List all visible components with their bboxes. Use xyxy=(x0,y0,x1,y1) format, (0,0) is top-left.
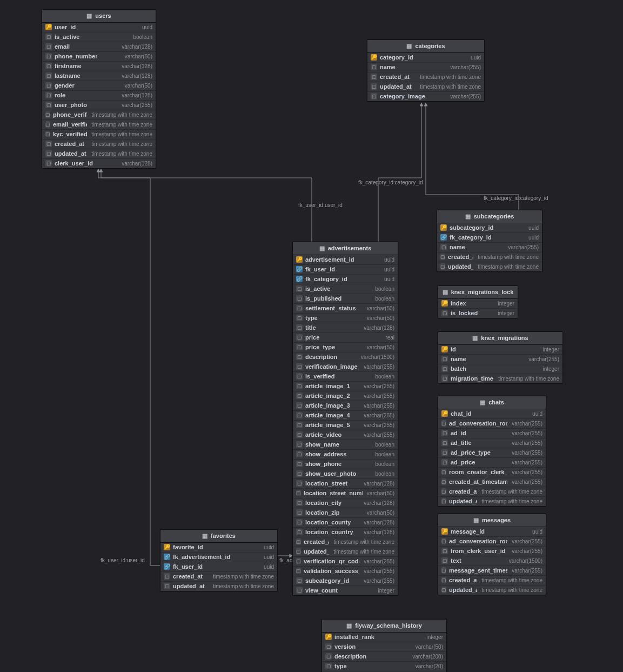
column-row[interactable]: ▢price_typevarchar(50) xyxy=(293,342,398,352)
column-row[interactable]: ▢article_image_2varchar(255) xyxy=(293,391,398,401)
column-row[interactable]: ▢updated_attimestamp with time zone xyxy=(293,547,398,556)
column-row[interactable]: ▢typevarchar(20) xyxy=(322,661,446,671)
column-row[interactable]: ▢view_countinteger xyxy=(293,585,398,595)
column-row[interactable]: ▢typevarchar(50) xyxy=(293,313,398,323)
column-row[interactable]: ▢created_attimestamp with time zone xyxy=(293,537,398,547)
column-row[interactable]: ▢location_countyvarchar(128) xyxy=(293,517,398,527)
column-row[interactable]: 🔑subcategory_iduuid xyxy=(437,223,542,232)
column-row[interactable]: ▢location_zipvarchar(50) xyxy=(293,508,398,517)
table-knex_migrations[interactable]: ▦knex_migrations🔑idinteger▢namevarchar(2… xyxy=(438,331,563,384)
column-row[interactable]: ▢ad_conversation_room_idvarchar(255) xyxy=(438,536,546,546)
column-row[interactable]: ▢updated_attimestamp with time zone xyxy=(160,581,277,591)
column-row[interactable]: ▢updated_attimestamp with time zone xyxy=(437,262,542,271)
column-row[interactable]: ▢location_cityvarchar(128) xyxy=(293,498,398,508)
column-row[interactable]: ▢firstnamevarchar(128) xyxy=(42,61,156,71)
table-header[interactable]: ▦advertisements xyxy=(293,242,398,255)
table-header[interactable]: ▦knex_migrations_lock xyxy=(438,286,518,299)
column-row[interactable]: 🔑chat_iduuid xyxy=(438,409,546,418)
column-row[interactable]: ▢descriptionvarchar(1500) xyxy=(293,352,398,362)
table-header[interactable]: ▦users xyxy=(42,10,156,23)
table-advertisements[interactable]: ▦advertisements🔑advertisement_iduuid🔗fk_… xyxy=(292,242,398,596)
table-header[interactable]: ▦categories xyxy=(367,40,484,53)
table-header[interactable]: ▦messages xyxy=(438,514,546,527)
column-row[interactable]: ▢namevarchar(255) xyxy=(438,354,562,364)
column-row[interactable]: ▢namevarchar(255) xyxy=(437,242,542,252)
table-users[interactable]: ▦users🔑user_iduuid▢is_activeboolean▢emai… xyxy=(42,9,156,169)
table-favorites[interactable]: ▦favorites🔑favorite_iduuid🔗fk_advertisem… xyxy=(160,529,278,591)
column-row[interactable]: 🔑category_iduuid xyxy=(367,53,484,62)
column-row[interactable]: ▢kyc_verifiedtimestamp with time zone xyxy=(42,129,156,139)
column-row[interactable]: ▢validation_success_tokenvarchar(255) xyxy=(293,566,398,576)
column-row[interactable]: 🔑message_iduuid xyxy=(438,527,546,536)
column-row[interactable]: ▢ad_idvarchar(255) xyxy=(438,428,546,438)
column-row[interactable]: ▢ad_titlevarchar(255) xyxy=(438,438,546,448)
table-subcategories[interactable]: ▦subcategories🔑subcategory_iduuid🔗fk_cat… xyxy=(437,210,542,272)
column-row[interactable]: 🔗fk_category_iduuid xyxy=(437,232,542,242)
column-row[interactable]: ▢room_creator_clerk_user_idvarchar(255) xyxy=(438,467,546,477)
table-header[interactable]: ▦chats xyxy=(438,396,546,409)
column-row[interactable]: ▢ad_price_typevarchar(255) xyxy=(438,448,546,457)
table-categories[interactable]: ▦categories🔑category_iduuid▢namevarchar(… xyxy=(367,39,485,102)
table-header[interactable]: ▦favorites xyxy=(160,530,277,543)
column-row[interactable]: ▢article_image_5varchar(255) xyxy=(293,420,398,430)
column-row[interactable]: ▢email_verifiedtimestamp with time zone xyxy=(42,119,156,129)
column-row[interactable]: ▢versionvarchar(50) xyxy=(322,642,446,651)
column-row[interactable]: ▢created_attimestamp with time zone xyxy=(42,139,156,149)
column-row[interactable]: ▢show_user_photoboolean xyxy=(293,469,398,478)
column-row[interactable]: ▢namevarchar(255) xyxy=(367,62,484,72)
erd-canvas[interactable]: fk_user_id:user_idfk_category_id:categor… xyxy=(0,0,623,672)
column-row[interactable]: 🔗fk_user_iduuid xyxy=(293,264,398,274)
column-row[interactable]: ▢clerk_user_idvarchar(128) xyxy=(42,158,156,168)
column-row[interactable]: ▢article_image_1varchar(255) xyxy=(293,381,398,391)
column-row[interactable]: ▢show_phoneboolean xyxy=(293,459,398,469)
column-row[interactable]: ▢show_nameboolean xyxy=(293,440,398,449)
column-row[interactable]: ▢is_activeboolean xyxy=(42,32,156,42)
column-row[interactable]: ▢batchinteger xyxy=(438,364,562,374)
column-row[interactable]: ▢verification_imagevarchar(255) xyxy=(293,362,398,371)
column-row[interactable]: ▢phone_numbervarchar(50) xyxy=(42,51,156,61)
column-row[interactable]: ▢lastnamevarchar(128) xyxy=(42,71,156,81)
column-row[interactable]: 🔑user_iduuid xyxy=(42,23,156,32)
column-row[interactable]: ▢location_streetvarchar(128) xyxy=(293,478,398,488)
column-row[interactable]: ▢is_activeboolean xyxy=(293,284,398,294)
column-row[interactable]: 🔑installed_rankinteger xyxy=(322,633,446,642)
column-row[interactable]: ▢created_attimestamp with time zone xyxy=(160,571,277,581)
column-row[interactable]: ▢article_image_4varchar(255) xyxy=(293,410,398,420)
column-row[interactable]: ▢migration_timetimestamp with time zone xyxy=(438,374,562,383)
column-row[interactable]: ▢pricereal xyxy=(293,332,398,342)
column-row[interactable]: ▢titlevarchar(128) xyxy=(293,323,398,332)
column-row[interactable]: ▢is_verifiedboolean xyxy=(293,371,398,381)
column-row[interactable]: ▢textvarchar(1500) xyxy=(438,556,546,565)
table-header[interactable]: ▦subcategories xyxy=(437,210,542,223)
column-row[interactable]: ▢category_imagevarchar(255) xyxy=(367,91,484,101)
column-row[interactable]: ▢phone_verifiedtimestamp with time zone xyxy=(42,110,156,119)
column-row[interactable]: ▢article_videovarchar(255) xyxy=(293,430,398,440)
column-row[interactable]: ▢from_clerk_user_idvarchar(255) xyxy=(438,546,546,556)
column-row[interactable]: ▢ad_pricevarchar(255) xyxy=(438,457,546,467)
column-row[interactable]: ▢created_at_timestampvarchar(255) xyxy=(438,477,546,487)
column-row[interactable]: 🔑favorite_iduuid xyxy=(160,543,277,552)
column-row[interactable]: ▢rolevarchar(128) xyxy=(42,90,156,100)
column-row[interactable]: ▢updated_attimestamp with time zone xyxy=(367,82,484,91)
column-row[interactable]: ▢article_image_3varchar(255) xyxy=(293,401,398,410)
table-header[interactable]: ▦flyway_schema_history xyxy=(322,620,446,633)
table-chats[interactable]: ▦chats🔑chat_iduuid▢ad_conversation_room_… xyxy=(438,396,546,507)
column-row[interactable]: ▢created_attimestamp with time zone xyxy=(367,72,484,82)
column-row[interactable]: ▢ad_conversation_room_idvarchar(255) xyxy=(438,418,546,428)
column-row[interactable]: ▢message_sent_timestampvarchar(255) xyxy=(438,565,546,575)
table-knex_migrations_lock[interactable]: ▦knex_migrations_lock🔑indexinteger▢is_lo… xyxy=(438,285,518,318)
column-row[interactable]: ▢location_countryvarchar(128) xyxy=(293,527,398,537)
table-messages[interactable]: ▦messages🔑message_iduuid▢ad_conversation… xyxy=(438,514,546,595)
column-row[interactable]: ▢created_attimestamp with time zone xyxy=(438,487,546,496)
column-row[interactable]: 🔑indexinteger xyxy=(438,299,518,308)
column-row[interactable]: ▢is_publishedboolean xyxy=(293,294,398,303)
column-row[interactable]: 🔗fk_category_iduuid xyxy=(293,274,398,284)
column-row[interactable]: 🔑idinteger xyxy=(438,345,562,354)
column-row[interactable]: ▢updated_attimestamp with time zone xyxy=(42,149,156,158)
column-row[interactable]: ▢location_street_numbervarchar(50) xyxy=(293,488,398,498)
column-row[interactable]: ▢updated_attimestamp with time zone xyxy=(438,496,546,506)
column-row[interactable]: ▢created_attimestamp with time zone xyxy=(437,252,542,262)
column-row[interactable]: ▢is_lockedinteger xyxy=(438,308,518,318)
column-row[interactable]: ▢settlement_statusvarchar(50) xyxy=(293,303,398,313)
column-row[interactable]: 🔗fk_user_iduuid xyxy=(160,562,277,571)
